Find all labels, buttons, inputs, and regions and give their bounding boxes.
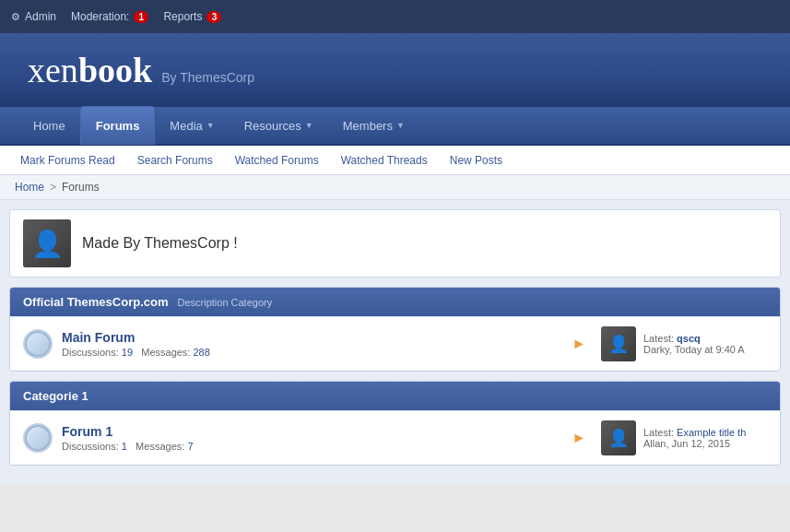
chevron-down-icon: ▼ (305, 121, 313, 130)
user-avatar-icon: 👤 (31, 229, 64, 259)
chevron-down-icon: ▼ (396, 121, 405, 130)
site-header: xenbook By ThemesCorp (0, 33, 790, 107)
rss-icon-forum1[interactable]: ► (572, 430, 586, 446)
breadcrumb-current: Forums (62, 181, 100, 194)
forum-name-main[interactable]: Main Forum (62, 330, 135, 345)
nav-media[interactable]: Media ▼ (155, 106, 229, 145)
nav-forums[interactable]: Forums (80, 106, 156, 145)
moderation-badge: 1 (134, 11, 148, 23)
sub-nav: Mark Forums Read Search Forums Watched F… (0, 146, 790, 175)
latest-user-link[interactable]: qscq (677, 333, 701, 344)
latest-post-forum1: 👤 Latest: Example title th Allan, Jun 12… (601, 420, 767, 455)
notice-avatar: 👤 (23, 219, 71, 267)
category-desc-official: Description Category (177, 297, 272, 308)
avatar-placeholder: 👤 (23, 219, 71, 267)
forum-icon-main (23, 329, 53, 359)
logo-xen: xen (28, 50, 78, 90)
messages-count-forum1[interactable]: 7 (187, 441, 193, 452)
logo-by: By ThemesCorp (161, 70, 254, 85)
breadcrumb-home[interactable]: Home (15, 181, 44, 194)
chevron-down-icon: ▼ (206, 121, 215, 130)
latest-info-main: Latest: qscq Darky, Today at 9:40 A (643, 333, 745, 355)
forum-stats-main: Discussions: 19 Messages: 288 (62, 347, 562, 358)
discussions-count-forum1[interactable]: 1 (122, 441, 127, 452)
main-nav: Home Forums Media ▼ Resources ▼ Members … (0, 107, 790, 146)
reports-badge: 3 (206, 11, 221, 23)
nav-members[interactable]: Members ▼ (328, 106, 419, 145)
discussions-count[interactable]: 19 (122, 347, 133, 358)
watched-threads-link[interactable]: Watched Threads (330, 148, 439, 172)
breadcrumb: Home > Forums (0, 175, 790, 200)
avatar-icon: 👤 (608, 428, 629, 448)
watched-forums-link[interactable]: Watched Forums (224, 148, 330, 172)
forum-stats-forum1: Discussions: 1 Messages: 7 (62, 441, 562, 452)
category-title-official: Official ThemesCorp.com (23, 295, 168, 309)
site-logo[interactable]: xenbook By ThemesCorp (28, 50, 254, 90)
nav-resources[interactable]: Resources ▼ (230, 106, 328, 145)
avatar-icon: 👤 (608, 334, 629, 354)
notice-box: 👤 Made By ThemesCorp ! (9, 209, 781, 278)
category-block-cat1: Categorie 1 Forum 1 Discussions: 1 Messa… (9, 381, 781, 466)
category-header-cat1: Categorie 1 (10, 382, 780, 410)
latest-avatar-main: 👤 (601, 326, 636, 361)
latest-avatar-forum1: 👤 (601, 420, 636, 455)
forum-icon-forum1 (23, 423, 53, 453)
rss-icon[interactable]: ► (572, 336, 586, 352)
moderation-link[interactable]: Moderation: 1 (71, 10, 148, 23)
logo-book: book (78, 50, 152, 90)
forum-info-forum1: Forum 1 Discussions: 1 Messages: 7 (62, 424, 562, 452)
admin-bar: ⚙ Admin Moderation: 1 Reports 3 (0, 0, 790, 33)
category-header-official: Official ThemesCorp.com Description Cate… (10, 288, 780, 316)
forum-row-main: Main Forum Discussions: 19 Messages: 288… (10, 316, 780, 371)
admin-link[interactable]: ⚙ Admin (11, 10, 56, 23)
gear-icon: ⚙ (11, 11, 20, 23)
category-title-cat1: Categorie 1 (23, 389, 88, 403)
forum-row-forum1: Forum 1 Discussions: 1 Messages: 7 ► 👤 L… (10, 410, 780, 465)
new-posts-link[interactable]: New Posts (439, 148, 513, 172)
notice-text: Made By ThemesCorp ! (82, 235, 238, 252)
category-block-official: Official ThemesCorp.com Description Cate… (9, 287, 781, 372)
mark-forums-read-link[interactable]: Mark Forums Read (9, 148, 126, 172)
search-forums-link[interactable]: Search Forums (126, 148, 224, 172)
latest-post-main: 👤 Latest: qscq Darky, Today at 9:40 A (601, 326, 767, 361)
nav-home[interactable]: Home (18, 106, 80, 145)
breadcrumb-separator: > (50, 181, 56, 194)
latest-info-forum1: Latest: Example title th Allan, Jun 12, … (643, 427, 746, 449)
messages-count[interactable]: 288 (194, 347, 210, 358)
reports-link[interactable]: Reports 3 (163, 10, 221, 23)
forum-name-forum1[interactable]: Forum 1 (62, 424, 112, 439)
forum-info-main: Main Forum Discussions: 19 Messages: 288 (62, 330, 562, 358)
main-content: 👤 Made By ThemesCorp ! Official ThemesCo… (0, 200, 790, 484)
